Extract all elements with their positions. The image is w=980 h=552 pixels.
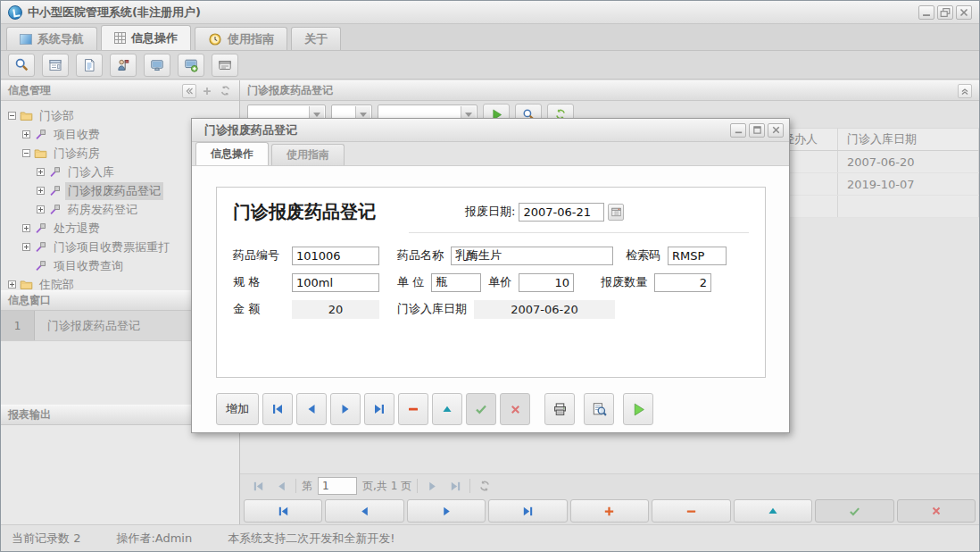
app-logo-icon xyxy=(8,5,22,20)
restore-button[interactable] xyxy=(937,5,953,20)
page-last-button[interactable] xyxy=(446,477,464,495)
main-panel-header: 门诊报废药品登记 xyxy=(240,80,979,101)
window-add-tool-button[interactable] xyxy=(178,54,204,77)
page-prev-button[interactable] xyxy=(272,477,290,495)
tool-icon xyxy=(48,185,62,197)
dialog-tab-bar: 信息操作 使用指南 xyxy=(192,142,789,166)
calendar-picker-button[interactable] xyxy=(608,204,624,221)
drug-code-field[interactable] xyxy=(292,247,379,265)
scrap-date-label: 报废日期: xyxy=(465,204,515,220)
add-panel-button[interactable] xyxy=(200,84,214,98)
info-management-header: 信息管理 xyxy=(1,80,239,101)
tab-about[interactable]: 关于 xyxy=(291,27,341,50)
expand-node-icon[interactable] xyxy=(37,205,45,213)
tab-system-navigation[interactable]: 系统导航 xyxy=(6,27,97,50)
unit-field[interactable] xyxy=(431,273,481,292)
price-field[interactable] xyxy=(519,273,574,292)
record-last-button[interactable] xyxy=(488,499,567,523)
dialog-tab-user-guide[interactable]: 使用指南 xyxy=(271,144,345,165)
minimize-button[interactable] xyxy=(918,5,934,20)
refresh-panel-button[interactable] xyxy=(218,84,232,98)
dialog-title-bar[interactable]: 门诊报废药品登记 xyxy=(192,119,789,142)
nav-last-button[interactable] xyxy=(364,393,394,425)
record-first-button[interactable] xyxy=(244,499,322,523)
prev-icon xyxy=(304,402,319,416)
search-icon xyxy=(14,57,29,72)
page-refresh-button[interactable] xyxy=(476,477,494,495)
page-number-input[interactable] xyxy=(318,477,357,495)
scrap-date-field[interactable] xyxy=(519,203,604,222)
dialog-maximize-button[interactable] xyxy=(749,123,765,138)
scrap-drug-form: 门诊报废药品登记 报废日期: 药品编号 药品名称 检索码 xyxy=(216,187,766,378)
record-next-button[interactable] xyxy=(407,499,486,523)
amount-label: 金 额 xyxy=(233,301,285,317)
add-button[interactable]: 增加 xyxy=(216,393,259,425)
search-tool-button[interactable] xyxy=(8,54,35,77)
spec-field[interactable] xyxy=(292,273,379,292)
tab-info-operation[interactable]: 信息操作 xyxy=(101,25,191,50)
tool-icon xyxy=(34,260,47,272)
dialog-tab-info-operation[interactable]: 信息操作 xyxy=(195,142,269,165)
document-tool-button[interactable] xyxy=(76,54,103,77)
drug-name-field[interactable] xyxy=(451,247,613,265)
system-message: 本系统支持二次开发和全新开发! xyxy=(228,531,394,547)
print-preview-button[interactable] xyxy=(584,393,614,425)
expand-node-icon[interactable] xyxy=(22,243,30,251)
tree-item-label: 项目收费查询 xyxy=(51,257,126,275)
column-header-storage-date[interactable]: 门诊入库日期 xyxy=(838,129,979,150)
console-tool-button[interactable] xyxy=(212,54,238,77)
scrap-qty-field[interactable] xyxy=(654,273,711,292)
scrap-qty-label: 报废数量 xyxy=(601,274,647,290)
tab-user-guide[interactable]: 使用指南 xyxy=(195,27,287,50)
list-item-index: 1 xyxy=(1,311,35,340)
confirm-button[interactable] xyxy=(466,393,496,425)
close-button[interactable] xyxy=(956,5,972,20)
record-prev-button[interactable] xyxy=(325,499,403,523)
collapse-node-icon[interactable] xyxy=(22,149,30,157)
nav-next-button[interactable] xyxy=(330,393,361,425)
check-icon xyxy=(848,505,861,518)
expand-node-icon[interactable] xyxy=(22,224,30,232)
cancel-button[interactable] xyxy=(500,393,530,425)
expand-node-icon[interactable] xyxy=(8,280,16,289)
edit-record-button[interactable] xyxy=(432,393,462,425)
delete-record-button[interactable] xyxy=(398,393,428,425)
x-icon xyxy=(930,505,943,517)
form-tool-button[interactable] xyxy=(42,54,69,77)
expand-node-icon[interactable] xyxy=(37,187,45,195)
expand-node-icon[interactable] xyxy=(37,168,45,176)
collapse-node-icon[interactable] xyxy=(8,112,16,120)
execute-button[interactable] xyxy=(623,393,653,425)
scrap-drug-dialog: 门诊报废药品登记 信息操作 使用指南 门诊报废药品登记 报废日期: xyxy=(191,118,790,433)
record-confirm-button[interactable] xyxy=(815,499,893,523)
print-button[interactable] xyxy=(544,393,575,425)
tree-item-label: 处方退费 xyxy=(51,220,103,238)
dialog-close-button[interactable] xyxy=(768,123,784,138)
folder-icon xyxy=(34,147,47,159)
price-label: 单价 xyxy=(488,274,511,290)
tree-item-label: 门诊项目收费票据重打 xyxy=(51,238,172,256)
collapse-panel-button[interactable] xyxy=(182,84,196,98)
tool-icon xyxy=(34,222,47,234)
nav-prev-button[interactable] xyxy=(296,393,327,425)
record-add-button[interactable] xyxy=(570,499,649,523)
page-next-button[interactable] xyxy=(423,477,441,495)
first-icon xyxy=(270,402,285,416)
nav-first-button[interactable] xyxy=(262,393,293,425)
expand-node-icon[interactable] xyxy=(22,130,30,138)
record-edit-button[interactable] xyxy=(734,499,812,523)
page-first-button[interactable] xyxy=(249,477,267,495)
tree-item-label: 门诊药房 xyxy=(51,145,103,163)
dialog-minimize-button[interactable] xyxy=(730,123,746,138)
collapse-main-button[interactable] xyxy=(958,84,972,98)
cell-storage-date xyxy=(838,196,979,217)
window-tool-button[interactable] xyxy=(144,54,170,77)
tab-label: 信息操作 xyxy=(211,146,253,162)
window-title: 中小型医院管理系统(非注册用户) xyxy=(28,4,916,21)
search-code-field[interactable] xyxy=(668,247,727,265)
drug-code-label: 药品编号 xyxy=(233,247,285,263)
add-button-label: 增加 xyxy=(226,401,249,417)
record-cancel-button[interactable] xyxy=(897,499,976,523)
user-tool-button[interactable] xyxy=(110,54,137,77)
record-delete-button[interactable] xyxy=(652,499,730,523)
